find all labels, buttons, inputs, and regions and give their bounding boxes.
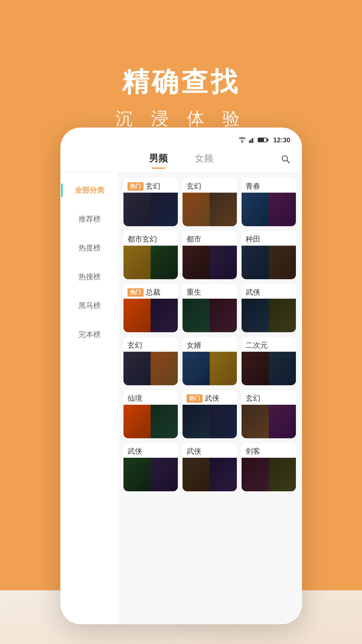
book-cover <box>183 246 210 279</box>
time-display: 12:30 <box>273 136 290 144</box>
card-label: 重生 <box>183 284 237 299</box>
book-cover <box>210 246 237 279</box>
category-card-xianjing[interactable]: 仙境 <box>123 390 178 438</box>
category-card-wuxia1[interactable]: 武侠 <box>242 284 296 332</box>
card-image <box>123 405 178 438</box>
book-cover <box>151 352 178 385</box>
hero-title: 精确查找 <box>122 64 240 100</box>
tab-female[interactable]: 女频 <box>195 152 213 169</box>
card-image <box>123 246 178 279</box>
sidebar: 全部分类 推荐榜 热度榜 热搜榜 黑马榜 完本榜 <box>61 172 118 624</box>
card-label: 仙境 <box>123 390 178 405</box>
category-grid: 热门 玄幻 玄幻 <box>118 172 301 624</box>
card-label: 武侠 <box>183 443 237 458</box>
book-cover <box>183 458 210 491</box>
grid-row-2: 都市玄幻 都市 <box>123 231 296 279</box>
sidebar-item-dark[interactable]: 黑马榜 <box>61 291 118 320</box>
category-card-chongsheng[interactable]: 重生 <box>183 284 237 332</box>
category-card-xuanhuan2[interactable]: 玄幻 <box>183 178 237 226</box>
card-image <box>242 352 296 385</box>
category-card-zongcai[interactable]: 热门 总裁 <box>123 284 178 332</box>
category-card-xuanhuan4[interactable]: 玄幻 <box>242 390 296 438</box>
book-cover <box>242 405 269 438</box>
sidebar-item-all[interactable]: 全部分类 <box>61 176 118 205</box>
card-label: 女婿 <box>183 337 237 352</box>
category-card-qingchun[interactable]: 青春 <box>242 178 296 226</box>
svg-marker-0 <box>241 140 244 142</box>
svg-rect-5 <box>254 137 255 143</box>
card-label: 玄幻 <box>242 390 296 405</box>
card-image <box>183 352 237 385</box>
svg-rect-4 <box>252 138 253 143</box>
card-image <box>123 458 178 491</box>
book-cover <box>123 193 151 226</box>
card-label: 玄幻 <box>183 178 237 193</box>
grid-row-1: 热门 玄幻 玄幻 <box>123 178 296 226</box>
search-button[interactable] <box>280 154 291 167</box>
card-label: 青春 <box>242 178 296 193</box>
status-bar: 12:30 <box>61 128 301 148</box>
signal-icon <box>249 137 255 143</box>
card-label: 玄幻 <box>123 337 178 352</box>
card-image <box>242 299 296 332</box>
svg-line-7 <box>287 160 290 163</box>
card-label: 武侠 <box>123 443 178 458</box>
phone-frame: 12:30 男频 女频 全部分类 推荐榜 热度榜 <box>60 128 302 624</box>
grid-row-3: 热门 总裁 重生 <box>123 284 296 332</box>
sidebar-item-recommend[interactable]: 推荐榜 <box>61 205 118 234</box>
category-card-dushi[interactable]: 都市 <box>183 231 237 279</box>
category-card-wuxia3[interactable]: 武侠 <box>123 443 178 491</box>
grid-row-6: 武侠 武侠 <box>123 443 296 491</box>
book-cover <box>210 299 237 332</box>
category-card-dushixuanhuan[interactable]: 都市玄幻 <box>123 231 178 279</box>
book-cover <box>269 458 296 491</box>
category-card-xuanhuan3[interactable]: 玄幻 <box>123 337 178 385</box>
book-cover <box>269 405 296 438</box>
svg-point-1 <box>242 142 243 143</box>
card-label: 二次元 <box>242 337 296 352</box>
card-image <box>123 352 178 385</box>
card-label: 热门 玄幻 <box>123 178 178 193</box>
book-cover <box>151 299 178 332</box>
grid-row-4: 玄幻 女婿 <box>123 337 296 385</box>
svg-point-6 <box>282 156 288 161</box>
book-cover <box>183 193 210 226</box>
book-cover <box>183 405 210 438</box>
book-cover <box>210 352 237 385</box>
book-cover <box>269 352 296 385</box>
category-card-wuxia2[interactable]: 热门 武侠 <box>183 390 237 438</box>
book-cover <box>242 193 269 226</box>
sidebar-item-complete[interactable]: 完本榜 <box>61 320 118 349</box>
category-card-erciyuan[interactable]: 二次元 <box>242 337 296 385</box>
book-cover <box>123 246 151 279</box>
category-card-zhongtian[interactable]: 种田 <box>242 231 296 279</box>
battery-icon <box>258 138 267 142</box>
book-cover <box>269 193 296 226</box>
hero-subtitle: 沉 浸 体 验 <box>115 107 247 131</box>
category-card-xuanhuan1[interactable]: 热门 玄幻 <box>123 178 178 226</box>
status-icons: 12:30 <box>238 136 290 144</box>
book-cover <box>269 299 296 332</box>
category-card-wuxia4[interactable]: 武侠 <box>183 443 237 491</box>
card-image <box>183 299 237 332</box>
svg-rect-2 <box>249 141 250 143</box>
card-image <box>183 246 237 279</box>
book-cover <box>151 405 178 438</box>
book-cover <box>151 246 178 279</box>
svg-rect-3 <box>251 139 252 143</box>
book-cover <box>242 458 269 491</box>
category-card-nuxu[interactable]: 女婿 <box>183 337 237 385</box>
card-label: 热门 武侠 <box>183 390 237 405</box>
tab-male[interactable]: 男频 <box>149 152 168 169</box>
category-card-jiake[interactable]: 剑客 <box>242 443 296 491</box>
card-label: 剑客 <box>242 443 296 458</box>
book-cover <box>123 458 151 491</box>
card-label: 种田 <box>242 231 296 246</box>
book-cover <box>183 352 210 385</box>
book-cover <box>151 193 178 226</box>
sidebar-item-hot[interactable]: 热度榜 <box>61 234 118 262</box>
book-cover <box>151 458 178 491</box>
book-cover <box>269 246 296 279</box>
sidebar-item-search[interactable]: 热搜榜 <box>61 262 118 291</box>
book-cover <box>210 458 237 491</box>
